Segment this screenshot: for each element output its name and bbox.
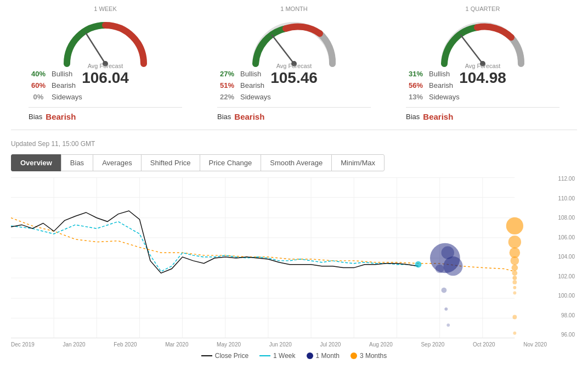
legend-line-close bbox=[201, 355, 212, 356]
svg-point-35 bbox=[508, 236, 521, 248]
svg-line-2 bbox=[272, 35, 294, 64]
bias-text-quarter: Bias bbox=[406, 113, 420, 121]
legend-label-3months: 3 Months bbox=[360, 352, 387, 360]
svg-point-27 bbox=[443, 256, 462, 276]
tab-averages[interactable]: Averages bbox=[93, 154, 142, 171]
y-label-7: 98.00 bbox=[547, 312, 575, 318]
tab-bias[interactable]: Bias bbox=[61, 154, 93, 171]
gauges-row: 1 WEEK Avg Forecast 106.04 bbox=[11, 5, 577, 130]
gauge-svg-month bbox=[245, 14, 343, 69]
divider-week bbox=[29, 107, 182, 108]
sideways-label-month: Sideways bbox=[240, 93, 271, 101]
gauge-value-quarter: 104.98 bbox=[433, 69, 532, 87]
sideways-pct-quarter: 13% bbox=[406, 93, 426, 101]
y-label-0: 112.00 bbox=[547, 176, 575, 182]
y-label-5: 102.00 bbox=[547, 273, 575, 279]
gauge-chart-month: Avg Forecast 105.46 bbox=[245, 14, 343, 64]
gauge-period-month: 1 MONTH bbox=[206, 5, 382, 12]
legend-1month: 1 Month bbox=[307, 352, 340, 360]
sideways-label-week: Sideways bbox=[52, 93, 82, 101]
stat-sideways-quarter: 13% Sideways bbox=[406, 93, 460, 101]
bias-month: Bias Bearish bbox=[206, 112, 382, 121]
sideways-label-quarter: Sideways bbox=[429, 93, 460, 101]
y-label-6: 100.00 bbox=[547, 293, 575, 299]
chart-legend: Close Price 1 Week 1 Month 3 Months bbox=[11, 352, 577, 360]
svg-point-31 bbox=[444, 307, 448, 311]
chart-inner: Dec 2019 Jan 2020 Feb 2020 Mar 2020 May … bbox=[11, 176, 547, 348]
bearish-pct-quarter: 56% bbox=[406, 81, 426, 89]
x-label-10: Nov 2020 bbox=[523, 342, 547, 348]
gauge-chart-quarter: Avg Forecast 104.98 bbox=[433, 14, 532, 64]
svg-line-0 bbox=[86, 33, 105, 64]
gauge-panel-quarter: 1 QUARTER Avg Forecast 104.98 bbox=[395, 5, 570, 121]
gauge-period-week: 1 WEEK bbox=[18, 5, 193, 12]
x-label-8: Sep 2020 bbox=[421, 342, 444, 348]
legend-label-close: Close Price bbox=[215, 352, 248, 360]
gauge-svg-quarter bbox=[433, 14, 532, 69]
svg-point-40 bbox=[512, 276, 517, 280]
bullish-pct-week: 40% bbox=[29, 70, 48, 78]
legend-label-week: 1 Week bbox=[273, 352, 295, 360]
tab-minim-max[interactable]: Minim/Max bbox=[331, 154, 385, 171]
svg-point-29 bbox=[436, 265, 444, 273]
x-label-3: Mar 2020 bbox=[165, 342, 188, 348]
bullish-pct-quarter: 31% bbox=[406, 70, 426, 78]
bullish-pct-month: 27% bbox=[217, 70, 237, 78]
gauge-period-quarter: 1 QUARTER bbox=[395, 5, 570, 12]
gauge-value-week: 106.04 bbox=[56, 69, 155, 87]
bias-value-month: Bearish bbox=[234, 112, 264, 121]
legend-dot-3months bbox=[350, 352, 357, 359]
svg-point-42 bbox=[513, 286, 516, 289]
tab-overview[interactable]: Overview bbox=[11, 154, 61, 171]
x-axis-labels: Dec 2019 Jan 2020 Feb 2020 Mar 2020 May … bbox=[11, 340, 547, 348]
svg-point-38 bbox=[512, 265, 518, 271]
legend-dot-month bbox=[307, 352, 313, 359]
bearish-pct-week: 60% bbox=[29, 81, 48, 89]
y-label-4: 104.00 bbox=[547, 254, 575, 260]
x-label-4: May 2020 bbox=[217, 342, 241, 348]
svg-point-43 bbox=[513, 292, 516, 295]
bias-text-month: Bias bbox=[217, 113, 231, 121]
x-label-2: Feb 2020 bbox=[114, 342, 137, 348]
bias-quarter: Bias Bearish bbox=[395, 112, 570, 121]
legend-close-price: Close Price bbox=[201, 352, 248, 360]
divider-quarter bbox=[406, 107, 559, 108]
sideways-pct-week: 0% bbox=[29, 93, 48, 101]
tab-price-change[interactable]: Price Change bbox=[200, 154, 262, 171]
svg-point-39 bbox=[512, 270, 517, 276]
stat-sideways-month: 22% Sideways bbox=[217, 93, 271, 101]
svg-point-44 bbox=[512, 315, 517, 320]
svg-point-37 bbox=[511, 256, 519, 265]
gauge-panel-week: 1 WEEK Avg Forecast 106.04 bbox=[18, 5, 193, 121]
bias-value-quarter: Bearish bbox=[423, 112, 453, 121]
x-label-6: Jul 2020 bbox=[320, 342, 341, 348]
legend-line-week bbox=[259, 355, 270, 356]
y-label-3: 106.00 bbox=[547, 234, 575, 240]
svg-point-41 bbox=[512, 280, 517, 284]
updated-label: Updated Sep 11, 15:00 GMT bbox=[11, 136, 577, 154]
bearish-pct-month: 51% bbox=[217, 81, 237, 89]
bias-week: Bias Bearish bbox=[18, 112, 193, 121]
x-label-1: Jan 2020 bbox=[63, 342, 85, 348]
gauge-chart-week: Avg Forecast 106.04 bbox=[56, 14, 155, 64]
y-label-8: 96.00 bbox=[547, 332, 575, 338]
sideways-pct-month: 22% bbox=[217, 93, 237, 101]
x-label-5: Jun 2020 bbox=[269, 342, 292, 348]
y-label-1: 110.00 bbox=[547, 195, 575, 202]
svg-point-33 bbox=[415, 261, 422, 268]
y-axis-labels: 112.00 110.00 108.00 106.00 104.00 102.0… bbox=[547, 176, 577, 348]
tab-shifted-price[interactable]: Shifted Price bbox=[141, 154, 200, 171]
x-label-7: Aug 2020 bbox=[369, 342, 393, 348]
divider-month bbox=[217, 107, 371, 108]
gauge-value-month: 105.46 bbox=[245, 69, 343, 87]
y-label-2: 108.00 bbox=[547, 215, 575, 221]
legend-3months: 3 Months bbox=[350, 352, 387, 360]
legend-label-month: 1 Month bbox=[316, 352, 340, 360]
x-label-9: Oct 2020 bbox=[473, 342, 495, 348]
svg-point-45 bbox=[513, 332, 516, 335]
tab-smooth-average[interactable]: Smooth Average bbox=[261, 154, 332, 171]
svg-point-34 bbox=[506, 217, 523, 234]
svg-point-30 bbox=[442, 288, 447, 293]
stat-sideways-week: 0% Sideways bbox=[29, 93, 82, 101]
tabs-row: Overview Bias Averages Shifted Price Pri… bbox=[11, 154, 577, 171]
